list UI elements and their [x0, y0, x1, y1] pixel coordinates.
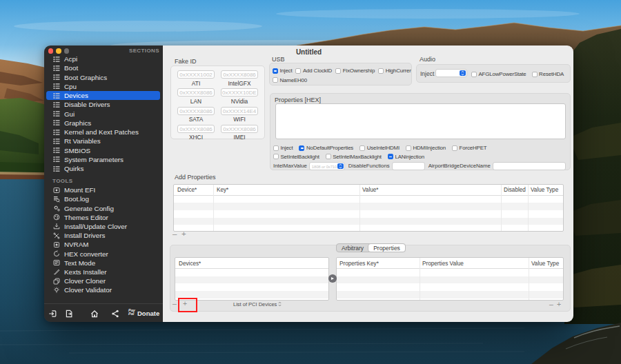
tool-item-kexts-installer[interactable]: Kexts Installer: [46, 267, 160, 276]
checkbox-box[interactable]: [299, 145, 304, 151]
properties-kv-table[interactable]: Properties Key*Properties ValueValue Typ…: [336, 257, 564, 301]
audio-inject-select[interactable]: [435, 69, 467, 77]
checkbox-nodefaultproperties[interactable]: NoDefaultProperties: [299, 145, 353, 151]
checkbox-setintelmaxbacklight[interactable]: SetIntelMaxBacklight: [326, 154, 382, 160]
tools-header: TOOLS: [52, 178, 72, 184]
table-row[interactable]: [174, 225, 563, 231]
checkbox-box[interactable]: [378, 68, 384, 74]
fake-id-field-ati[interactable]: 0xXXXX1002: [177, 70, 215, 79]
checkbox-box[interactable]: [273, 68, 278, 74]
sidebar-item-kernel-and-kext-patches[interactable]: Kernel and Kext Patches: [46, 128, 160, 136]
fake-id-field-xhci[interactable]: 0xXXXX8086: [177, 125, 215, 133]
tool-item-clover-validator[interactable]: Clover Validator: [46, 285, 160, 294]
sidebar-item-quirks[interactable]: Quirks: [46, 164, 160, 173]
pci-devices-dropdown[interactable]: List of PCI Devices: [233, 301, 282, 307]
export-icon[interactable]: [65, 308, 74, 317]
sidebar: SECTIONS AcpiBootBoot GraphicsCpuDevices…: [44, 46, 163, 322]
checkbox-forcehpet[interactable]: ForceHPET: [452, 145, 486, 151]
tool-item-clover-cloner[interactable]: Clover Cloner: [46, 276, 160, 285]
table-row[interactable]: [174, 196, 563, 203]
fake-id-field-nvidia[interactable]: 0xXXXX10DE: [221, 88, 258, 97]
table-row[interactable]: [175, 291, 328, 299]
remove-property-button[interactable]: –: [172, 230, 177, 238]
checkbox-inject[interactable]: Inject: [273, 68, 292, 74]
checkbox-box[interactable]: [335, 68, 341, 74]
checkbox-laninjection[interactable]: LANinjection: [388, 154, 424, 160]
remove-device-button[interactable]: –: [172, 299, 177, 307]
checkbox-box[interactable]: [273, 145, 279, 151]
checkbox-box[interactable]: [359, 145, 365, 151]
checkbox-hdmiinjection[interactable]: HDMIInjection: [406, 145, 446, 151]
table-row[interactable]: [175, 276, 328, 284]
checkbox-resethda[interactable]: ResetHDA: [532, 71, 564, 77]
tool-item-boot-log[interactable]: Boot.log: [46, 194, 160, 203]
fake-id-field-wifi[interactable]: 0xXXXX14E4: [221, 107, 258, 115]
add-property-button[interactable]: +: [181, 230, 186, 238]
checkbox-afglowpowerstate[interactable]: AFGLowPowerState: [471, 71, 526, 77]
donate-button[interactable]: Donate: [137, 310, 159, 317]
transfer-arrow-button[interactable]: [328, 274, 337, 283]
checkbox-setintelbacklight[interactable]: SetIntelBacklight: [273, 154, 319, 160]
fake-id-field-lan[interactable]: 0xXXXX8086: [177, 88, 215, 97]
disable-functions-field[interactable]: [392, 162, 425, 170]
tool-item-generate-config[interactable]: Generate Config: [46, 203, 160, 212]
tool-item-label: Boot.log: [64, 195, 89, 203]
sidebar-item-system-parameters[interactable]: System Parameters: [46, 155, 160, 164]
tool-item-hex-converter[interactable]: HEX converter: [46, 249, 160, 258]
checkbox-box[interactable]: [273, 77, 278, 83]
table-row[interactable]: [175, 299, 328, 301]
properties-hex-textarea[interactable]: [275, 103, 566, 139]
checkbox-box[interactable]: [326, 154, 331, 159]
tab-properties[interactable]: Properties: [368, 243, 406, 252]
paypal-icon[interactable]: PayPal: [128, 309, 135, 316]
checkbox-add-clockid[interactable]: Add ClockID: [295, 68, 332, 74]
remove-property-kv-button[interactable]: –: [549, 300, 553, 308]
devices-table[interactable]: Devices*: [175, 257, 329, 301]
sidebar-item-boot-graphics[interactable]: Boot Graphics: [46, 73, 160, 82]
tool-item-mount-efi[interactable]: Mount EFI: [46, 185, 160, 194]
checkbox-nameeh00[interactable]: NameEH00: [273, 77, 307, 83]
sidebar-item-rt-variables[interactable]: Rt Variables: [46, 136, 160, 145]
checkbox-box[interactable]: [406, 145, 411, 151]
tab-arbitrary[interactable]: Arbitrary: [337, 244, 368, 252]
table-row[interactable]: [174, 203, 563, 210]
sidebar-item-smbios[interactable]: SMBIOS: [46, 146, 160, 155]
fake-id-field-intelgfx[interactable]: 0xXXXX8086: [221, 70, 258, 79]
airport-bridge-field[interactable]: [493, 162, 566, 170]
fake-id-field-imei[interactable]: 0xXXXX8086: [221, 125, 258, 133]
table-row[interactable]: [175, 269, 328, 276]
checkbox-label: ForceHPET: [460, 145, 487, 151]
table-row[interactable]: [174, 218, 563, 225]
fake-id-field-sata[interactable]: 0xXXXX8086: [177, 107, 215, 115]
add-property-kv-button[interactable]: +: [557, 300, 561, 308]
checkbox-inject[interactable]: Inject: [273, 145, 293, 151]
table-header: Device*Key*Value*DisabledValue Type: [174, 185, 563, 196]
share-icon[interactable]: [111, 308, 120, 317]
checkbox-box[interactable]: [471, 72, 477, 77]
checkbox-fixownership[interactable]: FixOwnership: [335, 68, 375, 74]
checkbox-box[interactable]: [452, 145, 457, 151]
sidebar-item-cpu[interactable]: Cpu: [46, 82, 160, 91]
tool-item-nvram[interactable]: NVRAM: [46, 240, 160, 249]
sidebar-item-devices[interactable]: Devices: [46, 91, 160, 100]
table-row[interactable]: [175, 283, 328, 291]
import-icon[interactable]: [48, 308, 57, 317]
intel-max-value-select[interactable]: 1808 or 0x710: [309, 162, 345, 170]
checkbox-highcurrent[interactable]: HighCurrent: [378, 68, 412, 74]
table-row[interactable]: [174, 210, 563, 218]
sidebar-item-disable-drivers[interactable]: Disable Drivers: [46, 100, 160, 109]
sidebar-item-graphics[interactable]: Graphics: [46, 119, 160, 128]
sidebar-item-boot[interactable]: Boot: [46, 63, 160, 72]
tool-item-install-drivers[interactable]: Install Drivers: [46, 231, 160, 240]
tool-item-text-mode[interactable]: Text Mode: [46, 259, 160, 267]
add-properties-table[interactable]: Device*Key*Value*DisabledValue Type: [173, 184, 564, 232]
checkbox-box[interactable]: [295, 68, 301, 74]
tool-item-themes-editor[interactable]: Themes Editor: [46, 213, 160, 222]
checkbox-box[interactable]: [273, 154, 279, 159]
tool-item-install-update-clover[interactable]: Install/Update Clover: [46, 222, 160, 231]
checkbox-useintelhdmi[interactable]: UseIntelHDMI: [359, 145, 400, 151]
home-icon[interactable]: [90, 308, 99, 317]
checkbox-box[interactable]: [532, 72, 538, 77]
checkbox-box[interactable]: [388, 154, 393, 159]
sidebar-item-gui[interactable]: Gui: [46, 110, 160, 119]
